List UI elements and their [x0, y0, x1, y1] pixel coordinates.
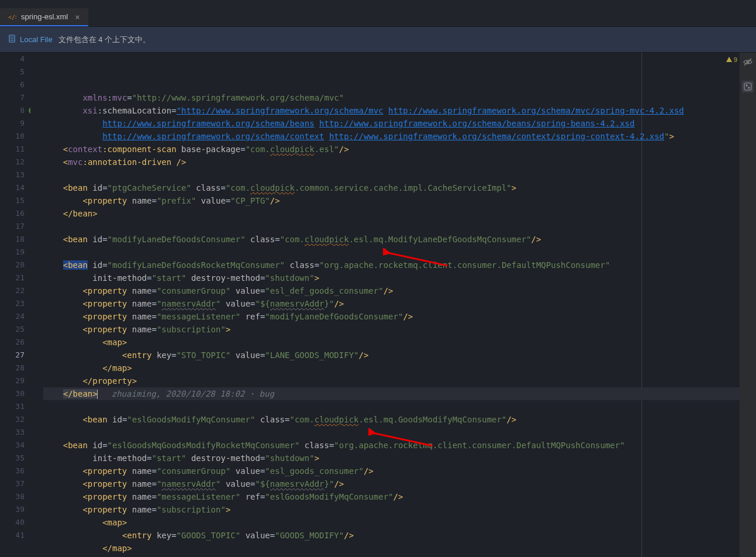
code-line[interactable]: <entry key="GOODS_TOPIC" value="GOODS_MO… — [43, 529, 756, 542]
code-line[interactable] — [43, 169, 756, 181]
line-number[interactable]: 5 — [0, 66, 25, 78]
line-number[interactable]: 23 — [0, 297, 25, 310]
line-number[interactable]: 17 — [0, 220, 25, 233]
code-line[interactable]: <bean id="eslGoodsModifyMqConsumer" clas… — [43, 413, 756, 426]
window-top-margin — [0, 0, 756, 8]
code-line[interactable]: <property name="consumerGroup" value="es… — [43, 465, 756, 477]
line-number[interactable]: 14 — [0, 181, 25, 194]
line-number[interactable]: 4 — [0, 53, 25, 66]
line-number[interactable]: 11 — [0, 143, 25, 156]
line-number[interactable]: 9 — [0, 117, 25, 130]
line-number[interactable]: 19 — [0, 246, 25, 259]
code-line[interactable]: </map> — [43, 362, 756, 374]
code-line[interactable]: <property name="namesrvAddr" value="${na… — [43, 477, 756, 490]
code-line[interactable]: </bean>zhuaiming, 2020/10/28 18:02 · bug — [43, 387, 756, 400]
svg-rect-8 — [744, 83, 751, 90]
problems-badge[interactable]: 9 — [726, 56, 737, 63]
line-number[interactable]: 29 — [0, 374, 25, 387]
code-line[interactable]: <property name="consumerGroup" value="es… — [43, 284, 756, 297]
file-icon — [8, 35, 16, 44]
line-number[interactable]: 28 — [0, 362, 25, 374]
editor-area: 4567891011121314151617181920212223242526… — [0, 53, 756, 557]
line-number[interactable]: 38 — [0, 490, 25, 503]
line-number[interactable]: 8 — [0, 104, 25, 117]
xml-file-icon: </> — [8, 13, 16, 21]
code-line[interactable]: </property> — [43, 555, 756, 557]
code-line[interactable]: <property name="subscription"> — [43, 323, 756, 336]
close-tab-icon[interactable]: × — [73, 12, 82, 22]
line-number[interactable]: 39 — [0, 503, 25, 516]
code-line[interactable]: </property> — [43, 374, 756, 387]
line-number[interactable]: 20 — [0, 259, 25, 271]
code-line[interactable]: <property name="namesrvAddr" value="${na… — [43, 297, 756, 310]
svg-point-9 — [746, 85, 748, 87]
code-line[interactable]: init-method="start" destroy-method="shut… — [43, 271, 756, 284]
line-number[interactable]: 30 — [0, 387, 25, 400]
line-number[interactable]: 21 — [0, 271, 25, 284]
local-file-link[interactable]: Local File — [8, 35, 53, 44]
line-number[interactable]: 10 — [0, 130, 25, 143]
code-line[interactable]: <bean id="modifyLaneDefGoodsRocketMqCons… — [43, 259, 756, 271]
code-line[interactable]: http://www.springframework.org/schema/be… — [43, 117, 756, 130]
vcs-annotation: zhuaiming, 2020/10/28 18:02 · bug — [98, 389, 274, 398]
line-number[interactable]: 36 — [0, 465, 25, 477]
code-line[interactable] — [43, 220, 756, 233]
reader-mode-icon[interactable] — [742, 56, 754, 68]
line-number[interactable]: 34 — [0, 439, 25, 452]
code-line[interactable]: http://www.springframework.org/schema/co… — [43, 130, 756, 143]
local-file-label: Local File — [20, 35, 53, 44]
code-line[interactable]: <property name="messageListener" ref="mo… — [43, 310, 756, 323]
line-number[interactable]: 27 — [0, 349, 25, 362]
code-line[interactable]: <property name="prefix" value="CP_PTG"/> — [43, 194, 756, 207]
code-line[interactable] — [43, 400, 756, 413]
svg-text:</>: </> — [8, 14, 16, 20]
line-number[interactable]: 40 — [0, 516, 25, 529]
code-line[interactable]: xmlns:mvc="http://www.springframework.or… — [43, 91, 756, 104]
code-line[interactable]: xsi:schemaLocation="http://www.springfra… — [43, 104, 756, 117]
code-line[interactable]: <map> — [43, 336, 756, 349]
code-line[interactable]: init-method="start" destroy-method="shut… — [43, 452, 756, 465]
line-number[interactable]: 15 — [0, 194, 25, 207]
code-line[interactable]: <entry key="STO_TOPIC" value="LANE_GOODS… — [43, 349, 756, 362]
line-number[interactable]: 13 — [0, 169, 25, 181]
line-number[interactable]: 37 — [0, 477, 25, 490]
line-number[interactable]: 25 — [0, 323, 25, 336]
line-number[interactable]: 32 — [0, 413, 25, 426]
line-number[interactable]: 16 — [0, 207, 25, 220]
code-line[interactable]: <property name="subscription"> — [43, 503, 756, 516]
editor-tab-bar: </> spring-esl.xml × — [0, 8, 756, 27]
line-number[interactable]: 6 — [0, 78, 25, 91]
code-line[interactable] — [43, 246, 756, 259]
right-gutter — [740, 53, 756, 557]
line-number[interactable]: 33 — [0, 426, 25, 439]
code-line[interactable]: <bean id="ptgCacheService" class="com.cl… — [43, 181, 756, 194]
line-number[interactable]: 26 — [0, 336, 25, 349]
context-text: 文件包含在 4 个上下文中。 — [58, 35, 150, 45]
code-line[interactable]: <bean id="eslGoodsMqGoodsModifyRocketMqC… — [43, 439, 756, 452]
line-number[interactable]: 12 — [0, 156, 25, 169]
line-number[interactable]: 7 — [0, 91, 25, 104]
code-line[interactable]: <map> — [43, 516, 756, 529]
code-line[interactable]: <mvc:annotation-driven /> — [43, 156, 756, 169]
line-number[interactable]: 35 — [0, 452, 25, 465]
line-number[interactable]: 24 — [0, 310, 25, 323]
code-line[interactable] — [43, 426, 756, 439]
code-line[interactable]: <property name="messageListener" ref="es… — [43, 490, 756, 503]
line-number[interactable]: 22 — [0, 284, 25, 297]
code-line[interactable]: <bean id="modifyLaneDefGoodsConsumer" cl… — [43, 233, 756, 246]
svg-point-10 — [748, 87, 750, 89]
code-line[interactable]: <context:component-scan base-package="co… — [43, 143, 756, 156]
line-number-gutter[interactable]: 4567891011121314151617181920212223242526… — [0, 53, 30, 557]
line-number[interactable]: 41 — [0, 529, 25, 542]
code-line[interactable]: </bean> — [43, 207, 756, 220]
svg-line-7 — [744, 59, 751, 66]
inspection-icon[interactable] — [742, 81, 754, 92]
line-number[interactable]: 18 — [0, 233, 25, 246]
line-number[interactable]: 31 — [0, 400, 25, 413]
code-line[interactable]: </map> — [43, 542, 756, 555]
code-editor[interactable]: xmlns:mvc="http://www.springframework.or… — [30, 53, 756, 557]
tab-label: spring-esl.xml — [21, 12, 68, 21]
notification-bar: Local File 文件包含在 4 个上下文中。 — [0, 27, 756, 53]
editor-tab[interactable]: </> spring-esl.xml × — [0, 8, 88, 26]
